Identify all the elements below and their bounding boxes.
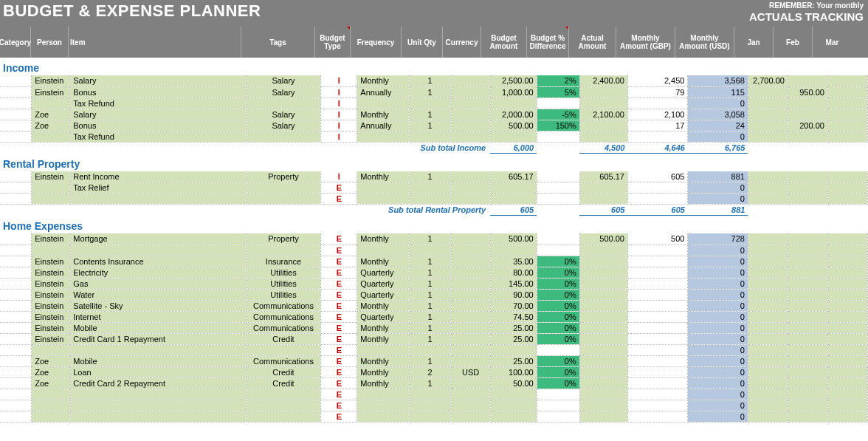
cell[interactable]: [32, 182, 70, 194]
cell[interactable]: Mobile: [70, 322, 246, 333]
cell[interactable]: Monthly: [357, 355, 409, 366]
cell[interactable]: [827, 355, 867, 366]
cell[interactable]: E: [321, 333, 357, 344]
cell[interactable]: [788, 300, 827, 311]
cell[interactable]: [748, 120, 788, 131]
cell[interactable]: 79: [627, 86, 687, 98]
cell[interactable]: [490, 131, 537, 142]
cell[interactable]: Einstein: [32, 171, 70, 182]
cell[interactable]: [579, 322, 627, 333]
cell[interactable]: Utilities: [246, 267, 321, 278]
cell[interactable]: [0, 182, 32, 194]
cell[interactable]: [0, 120, 32, 131]
cell[interactable]: 1: [409, 355, 451, 366]
col-monthly-usd[interactable]: Monthly Amount (USD): [675, 27, 734, 58]
col-jan[interactable]: Jan: [734, 27, 774, 58]
cell[interactable]: E: [321, 256, 357, 267]
cell[interactable]: Utilities: [246, 278, 321, 289]
cell[interactable]: [0, 256, 32, 267]
cell[interactable]: 100.00: [490, 366, 537, 377]
cell[interactable]: [579, 120, 627, 131]
cell[interactable]: 0: [688, 98, 748, 109]
cell[interactable]: [748, 300, 788, 311]
cell[interactable]: 0: [688, 344, 748, 355]
cell[interactable]: E: [321, 322, 357, 333]
cell[interactable]: [32, 194, 70, 205]
cell[interactable]: [0, 344, 32, 355]
cell[interactable]: [409, 389, 451, 400]
cell[interactable]: [627, 194, 687, 205]
cell[interactable]: Einstein: [32, 322, 70, 333]
cell[interactable]: Salary: [246, 109, 321, 120]
cell[interactable]: [357, 194, 409, 205]
cell[interactable]: 1: [409, 233, 451, 245]
cell[interactable]: [0, 389, 32, 400]
cell[interactable]: [788, 98, 827, 109]
cell[interactable]: 1: [409, 109, 451, 120]
cell[interactable]: 0: [688, 333, 748, 344]
cell[interactable]: [627, 389, 687, 400]
cell[interactable]: Communications: [246, 311, 321, 322]
cell[interactable]: E: [321, 233, 357, 245]
cell[interactable]: [451, 86, 490, 98]
cell[interactable]: Monthly: [357, 109, 409, 120]
cell[interactable]: Mortgage: [70, 233, 246, 245]
cell[interactable]: [788, 366, 827, 377]
cell[interactable]: [827, 86, 867, 98]
cell[interactable]: [537, 182, 579, 194]
cell[interactable]: E: [321, 267, 357, 278]
cell[interactable]: 0: [688, 245, 748, 256]
cell[interactable]: [748, 233, 788, 245]
cell[interactable]: [0, 355, 32, 366]
cell[interactable]: I: [321, 109, 357, 120]
cell[interactable]: 35.00: [490, 256, 537, 267]
cell[interactable]: [246, 98, 321, 109]
cell[interactable]: [537, 400, 579, 411]
cell[interactable]: 5%: [537, 86, 579, 98]
cell[interactable]: Quarterly: [357, 267, 409, 278]
cell[interactable]: 0%: [537, 355, 579, 366]
cell[interactable]: [0, 233, 32, 245]
cell[interactable]: E: [321, 182, 357, 194]
cell[interactable]: [451, 131, 490, 142]
cell[interactable]: 115: [688, 86, 748, 98]
cell[interactable]: [451, 289, 490, 300]
cell[interactable]: Salary: [70, 75, 246, 86]
cell[interactable]: [748, 377, 788, 389]
cell[interactable]: 0: [688, 400, 748, 411]
cell[interactable]: 1: [409, 120, 451, 131]
cell[interactable]: [788, 344, 827, 355]
cell[interactable]: Einstein: [32, 86, 70, 98]
cell[interactable]: 1: [409, 289, 451, 300]
cell[interactable]: [579, 182, 627, 194]
cell[interactable]: Utilities: [246, 289, 321, 300]
cell[interactable]: [537, 245, 579, 256]
cell[interactable]: 2: [409, 366, 451, 377]
col-frequency[interactable]: Frequency: [351, 27, 402, 58]
cell[interactable]: 605.17: [579, 171, 627, 182]
cell[interactable]: [827, 75, 867, 86]
cell[interactable]: I: [321, 120, 357, 131]
cell[interactable]: [579, 355, 627, 366]
cell[interactable]: [627, 366, 687, 377]
cell[interactable]: 0: [688, 267, 748, 278]
cell[interactable]: 80.00: [490, 267, 537, 278]
cell[interactable]: [827, 344, 867, 355]
cell[interactable]: 500: [627, 233, 687, 245]
cell[interactable]: [246, 182, 321, 194]
cell[interactable]: [451, 182, 490, 194]
cell[interactable]: [788, 267, 827, 278]
col-person[interactable]: Person: [31, 27, 69, 58]
cell[interactable]: [246, 131, 321, 142]
cell[interactable]: Satellite - Sky: [70, 300, 246, 311]
cell[interactable]: Annually: [357, 120, 409, 131]
col-tags[interactable]: Tags: [241, 27, 315, 58]
cell[interactable]: [409, 245, 451, 256]
cell[interactable]: [788, 377, 827, 389]
cell[interactable]: [827, 377, 867, 389]
cell[interactable]: Credit: [246, 377, 321, 389]
cell[interactable]: E: [321, 411, 357, 422]
cell[interactable]: E: [321, 245, 357, 256]
cell[interactable]: 1: [409, 75, 451, 86]
cell[interactable]: [788, 333, 827, 344]
